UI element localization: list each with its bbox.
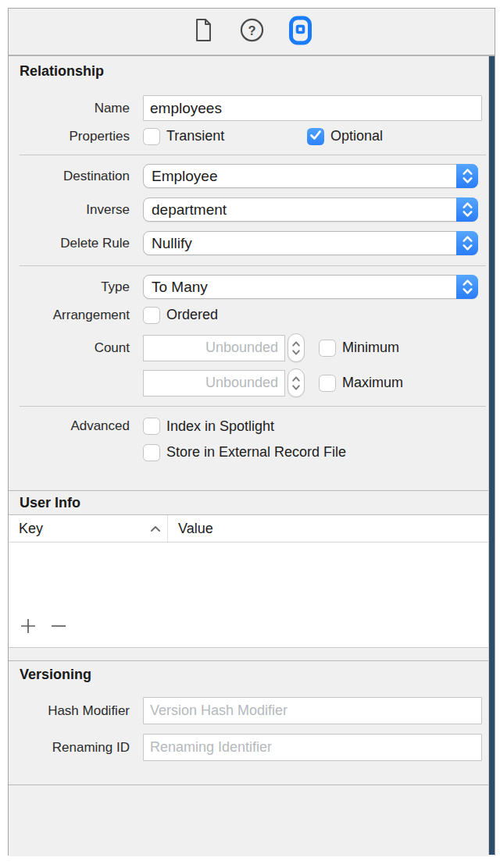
panel-right-edge: [488, 56, 495, 855]
document-icon: [193, 17, 214, 46]
inverse-label: Inverse: [9, 202, 130, 218]
inspector-panel: ? Relationship Name Properties Tra: [8, 8, 495, 856]
column-header-value[interactable]: Value: [167, 515, 495, 542]
add-row-button[interactable]: [19, 619, 38, 636]
popup-chevrons-icon: [456, 275, 478, 299]
advanced-row-1: Advanced Index in Spotlight: [9, 418, 495, 435]
transient-group: Transient: [143, 128, 307, 145]
popup-chevrons-icon: [456, 197, 478, 222]
name-input[interactable]: [143, 95, 482, 121]
optional-label: Optional: [330, 128, 383, 144]
plus-icon: [19, 617, 38, 638]
inverse-row: Inverse department: [9, 197, 495, 222]
stepper-chevrons-icon: [288, 370, 304, 397]
type-row: Type To Many: [9, 275, 495, 299]
minimum-group: Minimum: [319, 340, 399, 357]
remove-row-button[interactable]: [49, 619, 68, 636]
count-label: Count: [9, 340, 130, 356]
section-title-user-info: User Info: [9, 491, 495, 515]
separator: [20, 265, 486, 266]
ordered-checkbox[interactable]: [143, 307, 160, 324]
hash-modifier-label: Hash Modifier: [9, 703, 130, 719]
name-label: Name: [9, 101, 130, 116]
help-icon: ?: [240, 18, 264, 45]
user-info-table: Key Value: [9, 515, 495, 648]
advanced-label: Advanced: [9, 418, 130, 434]
maximum-count-input[interactable]: [143, 370, 285, 397]
arrangement-label: Arrangement: [9, 308, 130, 323]
minimum-label: Minimum: [342, 340, 399, 356]
delete-rule-label: Delete Rule: [9, 236, 130, 251]
column-header-key[interactable]: Key: [9, 521, 167, 537]
popup-chevrons-icon: [456, 164, 478, 188]
hash-modifier-input[interactable]: [143, 697, 482, 724]
section-title-relationship: Relationship: [9, 56, 495, 80]
delete-rule-popup[interactable]: Nullify: [143, 231, 478, 255]
checkmark-icon: [307, 126, 324, 147]
user-info-table-header: Key Value: [9, 515, 495, 542]
type-value: To Many: [144, 279, 456, 296]
maximum-stepper[interactable]: [288, 368, 305, 397]
stepper-chevrons-icon: [288, 335, 304, 361]
destination-label: Destination: [9, 169, 130, 184]
tab-data-model-inspector[interactable]: [286, 16, 314, 48]
section-title-versioning: Versioning: [9, 661, 495, 683]
renaming-id-label: Renaming ID: [9, 740, 130, 756]
count-maximum-row: Maximum: [9, 368, 495, 397]
destination-popup[interactable]: Employee: [143, 164, 478, 188]
data-model-inspector-icon: [288, 16, 312, 48]
hash-modifier-row: Hash Modifier: [9, 697, 495, 724]
properties-row: Properties Transient Optional: [9, 127, 495, 145]
delete-rule-row: Delete Rule Nullify: [9, 231, 495, 255]
transient-checkbox[interactable]: [143, 128, 160, 145]
sort-ascending-icon: [150, 525, 161, 532]
inspector-toolbar: ?: [9, 9, 495, 56]
inverse-popup[interactable]: department: [143, 197, 478, 222]
type-label: Type: [9, 279, 130, 295]
minimum-checkbox[interactable]: [319, 340, 336, 357]
inspector-content: Relationship Name Properties Transient: [9, 56, 495, 856]
renaming-id-input[interactable]: [143, 734, 482, 761]
maximum-group: Maximum: [319, 375, 403, 392]
index-in-spotlight-label: Index in Spotlight: [166, 418, 274, 435]
svg-text:?: ?: [248, 23, 255, 37]
transient-label: Transient: [166, 128, 224, 144]
destination-value: Employee: [144, 168, 456, 185]
renaming-id-row: Renaming ID: [9, 734, 495, 761]
name-row: Name: [9, 95, 495, 121]
tab-quick-help-inspector[interactable]: ?: [238, 16, 266, 48]
user-info-table-body: [9, 542, 495, 647]
type-popup[interactable]: To Many: [143, 275, 478, 299]
separator: [20, 155, 486, 155]
minimum-count-input[interactable]: [143, 335, 285, 361]
popup-chevrons-icon: [456, 231, 478, 255]
arrangement-row: Arrangement Ordered: [9, 306, 495, 324]
separator: [20, 406, 486, 407]
destination-row: Destination Employee: [9, 164, 495, 188]
properties-label: Properties: [9, 129, 130, 144]
ordered-label: Ordered: [166, 307, 218, 323]
key-column-label: Key: [19, 521, 43, 537]
index-in-spotlight-checkbox[interactable]: [143, 418, 160, 435]
count-minimum-row: Count Minimum: [9, 333, 495, 362]
minus-icon: [49, 617, 68, 638]
advanced-row-2: Store in External Record File: [9, 443, 495, 461]
inverse-value: department: [144, 201, 456, 219]
optional-group: Optional: [307, 128, 383, 145]
section-divider: [9, 784, 495, 785]
value-column-label: Value: [178, 521, 213, 537]
external-record-checkbox[interactable]: [143, 444, 160, 461]
maximum-label: Maximum: [342, 375, 403, 391]
optional-checkbox[interactable]: [307, 128, 324, 145]
delete-rule-value: Nullify: [144, 235, 456, 252]
maximum-checkbox[interactable]: [319, 375, 336, 392]
tab-file-inspector[interactable]: [189, 16, 217, 48]
minimum-stepper[interactable]: [288, 333, 305, 362]
external-record-label: Store in External Record File: [166, 444, 346, 461]
